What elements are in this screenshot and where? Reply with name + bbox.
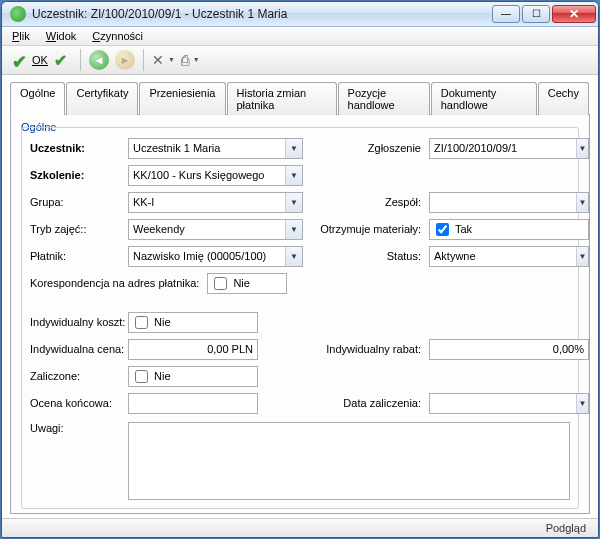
label-zgloszenie: Zgłoszenie (311, 142, 421, 154)
label-status: Status: (311, 250, 421, 262)
titlebar[interactable]: Uczestnik: ZI/100/2010/09/1 - Uczestnik … (2, 2, 598, 27)
zespol-combo[interactable]: ▼ (429, 192, 589, 213)
status-text: Podgląd (546, 522, 586, 534)
tab-historia[interactable]: Historia zmian płatnika (227, 82, 337, 115)
status-combo[interactable]: ▼ (429, 246, 589, 267)
chevron-down-icon[interactable]: ▼ (285, 220, 302, 239)
szkolenie-combo[interactable]: ▼ (128, 165, 303, 186)
tab-ogolne[interactable]: Ogólne (10, 82, 65, 115)
chevron-down-icon[interactable]: ▼ (576, 139, 588, 158)
toolbar: ✔ OK ✔ ◄ ► ✕ ▼ ⎙ ▼ (2, 46, 598, 74)
zaliczone-checkbox[interactable]: Nie (128, 366, 258, 387)
label-ind-koszt: Indywidualny koszt: (30, 316, 120, 328)
label-ocena: Ocena końcowa: (30, 397, 120, 409)
label-ind-cena: Indywidualna cena: (30, 343, 120, 355)
tab-dokumenty[interactable]: Dokumenty handlowe (431, 82, 537, 115)
tab-cechy[interactable]: Cechy (538, 82, 589, 115)
label-szkolenie: Szkolenie: (30, 169, 120, 181)
label-zaliczone: Zaliczone: (30, 370, 120, 382)
data-zal-combo[interactable]: ▼ (429, 393, 589, 414)
tab-pozycje[interactable]: Pozycje handlowe (338, 82, 430, 115)
ind-koszt-checkbox[interactable]: Nie (128, 312, 258, 333)
tryb-combo[interactable]: ▼ (128, 219, 303, 240)
ocena-field[interactable] (128, 393, 258, 414)
label-data-zal: Data zaliczenia: (311, 397, 421, 409)
label-uczestnik: Uczestnik: (30, 142, 120, 154)
uczestnik-combo[interactable]: ▼ (128, 138, 303, 159)
ind-rabat-field[interactable]: 0,00% (429, 339, 589, 360)
label-grupa: Grupa: (30, 196, 120, 208)
maximize-button[interactable]: ☐ (522, 5, 550, 23)
menu-czynnosci[interactable]: Czynności (92, 30, 143, 42)
chevron-down-icon[interactable]: ▼ (285, 193, 302, 212)
tab-przeniesienia[interactable]: Przeniesienia (139, 82, 225, 115)
apply-icon[interactable]: ✔ (54, 51, 72, 69)
chevron-down-icon[interactable]: ▼ (285, 139, 302, 158)
check-icon: ✔ (12, 51, 30, 69)
status-bar: Podgląd (2, 518, 598, 537)
chevron-down-icon[interactable]: ▼ (285, 166, 302, 185)
materialy-checkbox[interactable]: Tak (429, 219, 589, 240)
tab-strip: Ogólne Certyfikaty Przeniesienia Histori… (10, 81, 590, 115)
label-tryb: Tryb zajęć:: (30, 223, 120, 235)
back-button[interactable]: ◄ (89, 50, 109, 70)
label-ind-rabat: Indywidualny rabat: (311, 343, 421, 355)
minimize-button[interactable]: — (492, 5, 520, 23)
label-materialy: Otrzymuje materiały: (311, 223, 421, 235)
separator (80, 49, 81, 71)
menu-plik[interactable]: Plik (12, 30, 30, 42)
app-icon (10, 6, 26, 22)
row-koresp: Korespondencja na adres płatnika: Nie (30, 273, 303, 294)
uwagi-textarea[interactable] (128, 422, 570, 500)
chevron-down-icon[interactable]: ▼ (576, 193, 588, 212)
chevron-down-icon[interactable]: ▼ (576, 247, 588, 266)
dropdown-icon[interactable]: ▼ (168, 56, 175, 63)
ok-button[interactable]: ✔ OK (12, 51, 48, 69)
menu-widok[interactable]: Widok (46, 30, 77, 42)
label-platnik: Płatnik: (30, 250, 120, 262)
tools-icon[interactable]: ✕ (152, 52, 164, 68)
separator (143, 49, 144, 71)
chevron-down-icon[interactable]: ▼ (285, 247, 302, 266)
koresp-checkbox[interactable]: Nie (207, 273, 287, 294)
dropdown-icon[interactable]: ▼ (193, 56, 200, 63)
menubar: Plik Widok Czynności (2, 27, 598, 46)
platnik-combo[interactable]: ▼ (128, 246, 303, 267)
grupa-combo[interactable]: ▼ (128, 192, 303, 213)
zgloszenie-combo[interactable]: ▼ (429, 138, 589, 159)
close-button[interactable]: ✕ (552, 5, 596, 23)
forward-button[interactable]: ► (115, 50, 135, 70)
chevron-down-icon[interactable]: ▼ (576, 394, 588, 413)
tab-certyfikaty[interactable]: Certyfikaty (66, 82, 138, 115)
label-uwagi: Uwagi: (30, 422, 120, 434)
window-title: Uczestnik: ZI/100/2010/09/1 - Uczestnik … (32, 7, 490, 21)
print-icon[interactable]: ⎙ (181, 52, 189, 68)
ind-cena-field[interactable]: 0,00 PLN (128, 339, 258, 360)
label-zespol: Zespół: (311, 196, 421, 208)
